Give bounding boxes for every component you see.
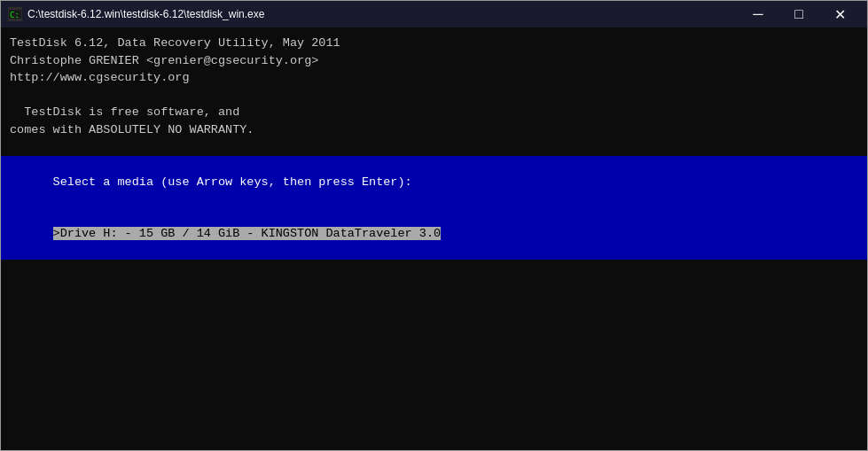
line-1: TestDisk 6.12, Data Recovery Utility, Ma… xyxy=(10,35,858,52)
close-button[interactable]: ✕ xyxy=(819,1,860,27)
maximize-button[interactable]: □ xyxy=(778,1,819,27)
terminal-window: TestDisk 6.12, Data Recovery Utility, Ma… xyxy=(1,27,867,450)
line-3: http://www.cgsecurity.org xyxy=(10,69,858,87)
minimize-button[interactable]: ─ xyxy=(738,1,778,27)
select-media-line: Select a media (use Arrow keys, then pre… xyxy=(1,156,867,208)
title-bar-left: C: C:\testdisk-6.12.win\testdisk-6.12\te… xyxy=(8,7,264,21)
line-2: Christophe GRENIER <grenier@cgsecurity.o… xyxy=(10,52,858,70)
svg-text:C:: C: xyxy=(10,11,20,19)
title-bar: C: C:\testdisk-6.12.win\testdisk-6.12\te… xyxy=(1,1,867,27)
window-title: C:\testdisk-6.12.win\testdisk-6.12\testd… xyxy=(27,8,264,20)
empty-space xyxy=(10,260,858,450)
terminal-icon: C: xyxy=(8,7,22,21)
window-controls: ─ □ ✕ xyxy=(738,1,860,27)
line-7 xyxy=(10,138,858,156)
drive-selected[interactable]: >Drive H: - 15 GB / 14 GiB - KINGSTON Da… xyxy=(53,227,441,240)
drive-line[interactable]: >Drive H: - 15 GB / 14 GiB - KINGSTON Da… xyxy=(1,208,867,260)
select-media-text: Select a media (use Arrow keys, then pre… xyxy=(53,175,412,189)
window: C: C:\testdisk-6.12.win\testdisk-6.12\te… xyxy=(0,0,868,451)
line-6: comes with ABSOLUTELY NO WARRANTY. xyxy=(10,121,858,139)
line-5: TestDisk is free software, and xyxy=(10,104,858,121)
line-4 xyxy=(10,87,858,105)
